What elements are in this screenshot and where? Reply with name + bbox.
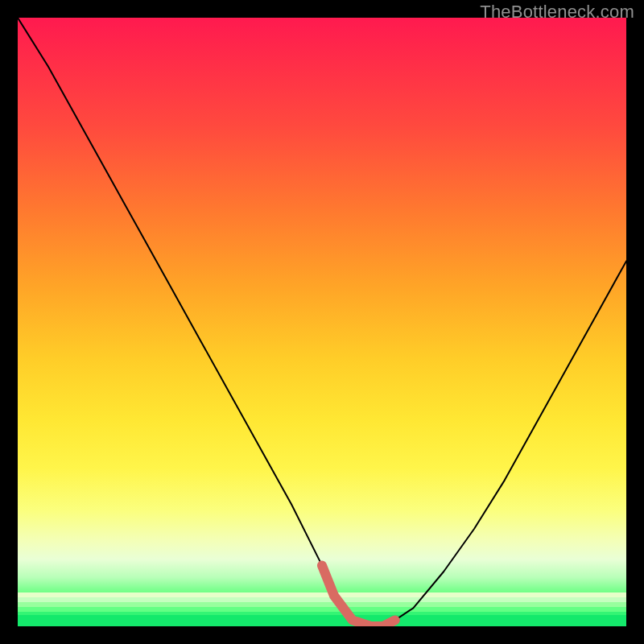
bottleneck-curve: [18, 18, 626, 626]
valley-highlight: [322, 565, 395, 626]
curve-svg: [18, 18, 626, 626]
plot-background: [18, 18, 626, 626]
watermark-text: TheBottleneck.com: [480, 2, 634, 23]
chart-frame: TheBottleneck.com: [0, 0, 644, 644]
